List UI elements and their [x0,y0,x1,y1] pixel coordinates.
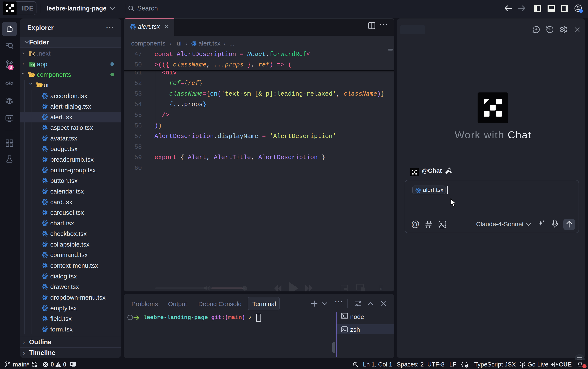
svg-text:N: N [32,53,34,56]
